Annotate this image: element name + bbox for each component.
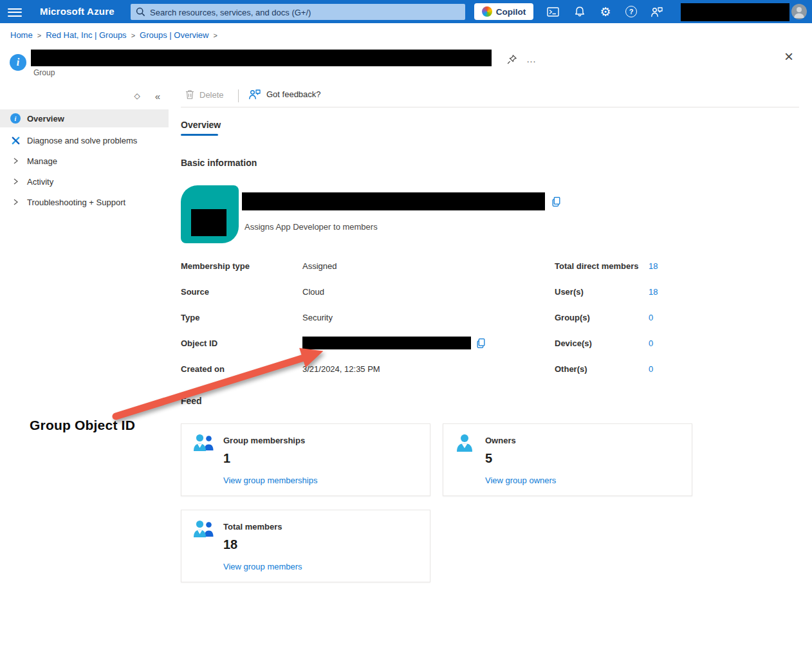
card-title: Owners bbox=[485, 436, 516, 445]
sidebar-item-activity[interactable]: Activity bbox=[0, 171, 169, 192]
chevron-separator-icon: > bbox=[131, 32, 135, 39]
close-icon: × bbox=[784, 49, 793, 64]
field-label: Total direct members bbox=[555, 261, 649, 271]
field-label: Created on bbox=[181, 364, 302, 374]
group-title-redaction bbox=[31, 50, 492, 66]
copy-icon bbox=[551, 196, 562, 207]
person-icon bbox=[454, 433, 475, 452]
search-icon bbox=[136, 7, 145, 17]
field-value: Cloud bbox=[302, 287, 495, 297]
global-search[interactable] bbox=[131, 4, 465, 20]
cloud-shell-icon[interactable] bbox=[544, 3, 562, 21]
sidebar-item-diagnose[interactable]: Diagnose and solve problems bbox=[0, 130, 169, 151]
breadcrumb-groups-overview[interactable]: Groups | Overview bbox=[140, 30, 208, 40]
field-label: Other(s) bbox=[555, 364, 649, 374]
pin-icon bbox=[507, 54, 517, 64]
total-members-card: Total members 18 View group members bbox=[181, 510, 430, 582]
field-label: User(s) bbox=[555, 287, 649, 297]
brand-title[interactable]: Microsoft Azure bbox=[40, 6, 115, 17]
delete-button[interactable]: Delete bbox=[185, 89, 224, 100]
devices-count-link[interactable]: 0 bbox=[649, 338, 700, 348]
field-label-object-id: Object ID bbox=[181, 338, 302, 348]
settings-gear-icon[interactable]: ⚙ bbox=[596, 3, 614, 21]
group-memberships-card: Group memberships 1 View group membershi… bbox=[181, 423, 430, 496]
sidebar-item-troubleshooting[interactable]: Troubleshooting + Support bbox=[0, 192, 169, 212]
view-group-owners-link[interactable]: View group owners bbox=[485, 476, 556, 485]
owners-card: Owners 5 View group owners bbox=[443, 423, 692, 496]
top-bar: Microsoft Azure Copilot ⚙ ? bbox=[0, 0, 812, 23]
group-avatar bbox=[181, 185, 239, 243]
blade-subtitle: Group bbox=[33, 68, 55, 77]
sidebar-item-manage[interactable]: Manage bbox=[0, 151, 169, 171]
azure-portal-page: Microsoft Azure Copilot ⚙ ? bbox=[0, 0, 812, 648]
hamburger-menu-icon[interactable] bbox=[8, 6, 22, 17]
field-label: Type bbox=[181, 313, 302, 322]
sidebar-item-overview[interactable]: i Overview bbox=[0, 109, 169, 127]
trash-icon bbox=[185, 89, 194, 100]
ellipsis-icon: ... bbox=[527, 54, 537, 64]
people-two-icon bbox=[192, 433, 215, 452]
copilot-button[interactable]: Copilot bbox=[474, 3, 533, 20]
card-value: 18 bbox=[223, 537, 237, 552]
notifications-bell-icon[interactable] bbox=[571, 3, 589, 21]
card-title: Group memberships bbox=[223, 436, 305, 445]
view-group-members-link[interactable]: View group members bbox=[223, 562, 302, 571]
group-name-redaction bbox=[242, 192, 545, 210]
others-count-link[interactable]: 0 bbox=[649, 364, 700, 374]
copy-object-id-button[interactable] bbox=[475, 337, 486, 349]
basic-information-heading: Basic information bbox=[181, 158, 257, 168]
diagnose-tools-icon bbox=[10, 136, 21, 145]
annotation-label: Group Object ID bbox=[30, 418, 135, 433]
breadcrumb-home[interactable]: Home bbox=[10, 30, 33, 40]
copy-group-name-button[interactable] bbox=[550, 196, 562, 207]
group-info-icon: i bbox=[10, 54, 26, 71]
chevron-right-icon bbox=[10, 198, 21, 206]
field-label: Source bbox=[181, 287, 302, 297]
sidebar-menu: i Overview Diagnose and solve problems M… bbox=[0, 109, 169, 212]
breadcrumb-tenant-groups[interactable]: Red Hat, Inc | Groups bbox=[46, 30, 127, 40]
copy-icon bbox=[475, 338, 486, 349]
people-two-icon bbox=[192, 519, 215, 539]
object-id-value bbox=[302, 330, 495, 356]
avatar-initials-redaction bbox=[191, 209, 226, 236]
resource-menu-sidebar: ◇ « i Overview Diagnose and solve proble… bbox=[0, 84, 169, 648]
menu-resize-button[interactable]: ◇ bbox=[130, 89, 144, 103]
basic-info-fields-left: Membership type Assigned Source Cloud Ty… bbox=[181, 253, 495, 382]
chevron-right-icon bbox=[10, 157, 21, 165]
search-input[interactable] bbox=[149, 4, 460, 21]
field-value: 3/21/2024, 12:35 PM bbox=[302, 364, 495, 374]
copilot-icon bbox=[482, 6, 492, 17]
chevron-separator-icon: > bbox=[37, 32, 41, 39]
collapse-icon: « bbox=[155, 91, 160, 102]
card-value: 5 bbox=[485, 451, 492, 466]
resize-icon: ◇ bbox=[134, 91, 140, 100]
tab-active-underline bbox=[181, 134, 218, 136]
users-count-link[interactable]: 18 bbox=[649, 287, 700, 297]
card-value: 1 bbox=[223, 451, 230, 466]
object-id-redaction bbox=[302, 337, 471, 349]
close-blade-button[interactable]: × bbox=[781, 49, 797, 64]
feedback-person-icon bbox=[248, 89, 261, 100]
help-icon[interactable]: ? bbox=[622, 3, 640, 21]
card-title: Total members bbox=[223, 522, 282, 532]
feedback-icon[interactable] bbox=[648, 3, 666, 21]
view-group-memberships-link[interactable]: View group memberships bbox=[223, 476, 317, 485]
breadcrumb: Home > Red Hat, Inc | Groups > Groups | … bbox=[10, 30, 217, 40]
collapse-menu-button[interactable]: « bbox=[151, 89, 165, 103]
tab-overview[interactable]: Overview bbox=[181, 120, 221, 130]
field-value: Security bbox=[302, 313, 495, 322]
chevron-separator-icon: > bbox=[213, 32, 217, 39]
pin-button[interactable] bbox=[504, 51, 520, 67]
groups-count-link[interactable]: 0 bbox=[649, 313, 700, 322]
toolbar-divider bbox=[238, 89, 239, 102]
total-direct-members-link[interactable]: 18 bbox=[649, 261, 700, 271]
got-feedback-button[interactable]: Got feedback? bbox=[248, 89, 321, 100]
feed-heading: Feed bbox=[181, 396, 202, 406]
more-options-button[interactable]: ... bbox=[524, 51, 539, 67]
account-avatar[interactable] bbox=[791, 4, 807, 19]
group-description: Assigns App Developer to members bbox=[245, 222, 378, 232]
field-value: Assigned bbox=[302, 261, 495, 271]
account-info-redaction bbox=[681, 3, 789, 21]
field-label: Group(s) bbox=[555, 313, 649, 322]
field-label: Membership type bbox=[181, 261, 302, 271]
